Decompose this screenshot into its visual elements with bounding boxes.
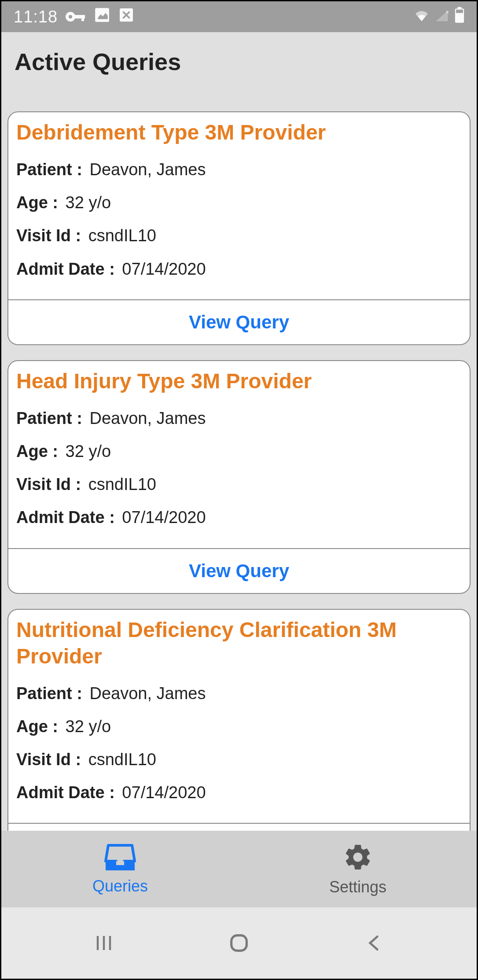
visit-id-label: Visit Id : — [16, 475, 81, 494]
svg-rect-14 — [232, 936, 247, 951]
visit-id-row: Visit Id : csndIL10 — [16, 224, 462, 247]
patient-label: Patient : — [16, 160, 82, 179]
visit-id-value: csndIL10 — [88, 475, 156, 494]
age-label: Age : — [16, 442, 58, 461]
visit-id-label: Visit Id : — [16, 750, 81, 769]
page-header: Active Queries — [1, 32, 477, 90]
nav-back-button[interactable] — [354, 923, 394, 963]
tab-settings[interactable]: Settings — [239, 831, 477, 907]
age-row: Age : 32 y/o — [16, 191, 462, 214]
page-title: Active Queries — [15, 48, 463, 75]
nav-home-button[interactable] — [219, 923, 259, 963]
query-title: Debridement Type 3M Provider — [16, 119, 462, 146]
close-box-icon — [118, 7, 134, 27]
view-query-button[interactable]: View Query — [8, 299, 470, 344]
admit-date-row: Admit Date : 07/14/2020 — [16, 506, 462, 529]
admit-date-value: 07/14/2020 — [122, 783, 206, 802]
visit-id-value: csndIL10 — [88, 226, 156, 245]
queries-list[interactable]: Debridement Type 3M Provider Patient : D… — [7, 111, 471, 838]
wifi-icon — [414, 7, 429, 26]
query-card: Nutritional Deficiency Clarification 3M … — [7, 609, 471, 838]
nav-recent-button[interactable] — [84, 923, 124, 963]
svg-point-1 — [69, 15, 72, 18]
status-time: 11:18 — [14, 7, 58, 26]
inbox-icon — [104, 843, 136, 873]
age-value: 32 y/o — [66, 717, 111, 736]
query-card: Debridement Type 3M Provider Patient : D… — [7, 111, 471, 345]
age-row: Age : 32 y/o — [16, 440, 462, 463]
query-card: Head Injury Type 3M Provider Patient : D… — [7, 360, 471, 594]
age-label: Age : — [16, 193, 58, 212]
admit-date-label: Admit Date : — [16, 260, 115, 278]
visit-id-row: Visit Id : csndIL10 — [16, 748, 462, 771]
battery-icon — [455, 7, 464, 27]
status-bar: 11:18 × — [1, 1, 477, 32]
age-value: 32 y/o — [66, 193, 111, 212]
age-label: Age : — [16, 717, 58, 736]
tab-queries[interactable]: Queries — [1, 831, 239, 907]
visit-id-label: Visit Id : — [16, 226, 81, 245]
visit-id-value: csndIL10 — [88, 750, 156, 769]
tab-bar: Queries Settings — [1, 831, 477, 907]
tab-settings-label: Settings — [329, 878, 386, 896]
view-query-button[interactable]: View Query — [8, 548, 470, 593]
patient-row: Patient : Deavon, James — [16, 682, 462, 705]
patient-row: Patient : Deavon, James — [16, 407, 462, 430]
signal-icon: × — [434, 7, 449, 26]
admit-date-value: 07/14/2020 — [122, 260, 206, 278]
admit-date-row: Admit Date : 07/14/2020 — [16, 781, 462, 804]
patient-value: Deavon, James — [89, 160, 206, 179]
svg-text:×: × — [445, 9, 449, 15]
age-value: 32 y/o — [66, 442, 111, 461]
svg-rect-3 — [81, 15, 84, 21]
age-row: Age : 32 y/o — [16, 715, 462, 738]
patient-label: Patient : — [16, 684, 82, 703]
admit-date-value: 07/14/2020 — [122, 508, 206, 527]
view-query-label: View Query — [189, 312, 289, 332]
svg-rect-9 — [456, 13, 463, 22]
patient-label: Patient : — [16, 409, 82, 427]
query-title: Head Injury Type 3M Provider — [16, 368, 462, 394]
vpn-key-icon — [66, 7, 86, 26]
admit-date-label: Admit Date : — [16, 783, 115, 802]
patient-row: Patient : Deavon, James — [16, 158, 462, 181]
android-nav-bar — [1, 907, 477, 979]
image-icon — [94, 7, 110, 27]
admit-date-label: Admit Date : — [16, 508, 115, 527]
visit-id-row: Visit Id : csndIL10 — [16, 473, 462, 496]
tab-queries-label: Queries — [92, 877, 148, 895]
query-title: Nutritional Deficiency Clarification 3M … — [16, 617, 462, 670]
admit-date-row: Admit Date : 07/14/2020 — [16, 258, 462, 281]
patient-value: Deavon, James — [89, 684, 206, 703]
patient-value: Deavon, James — [89, 409, 206, 427]
view-query-label: View Query — [189, 560, 289, 581]
gear-icon — [342, 842, 373, 874]
